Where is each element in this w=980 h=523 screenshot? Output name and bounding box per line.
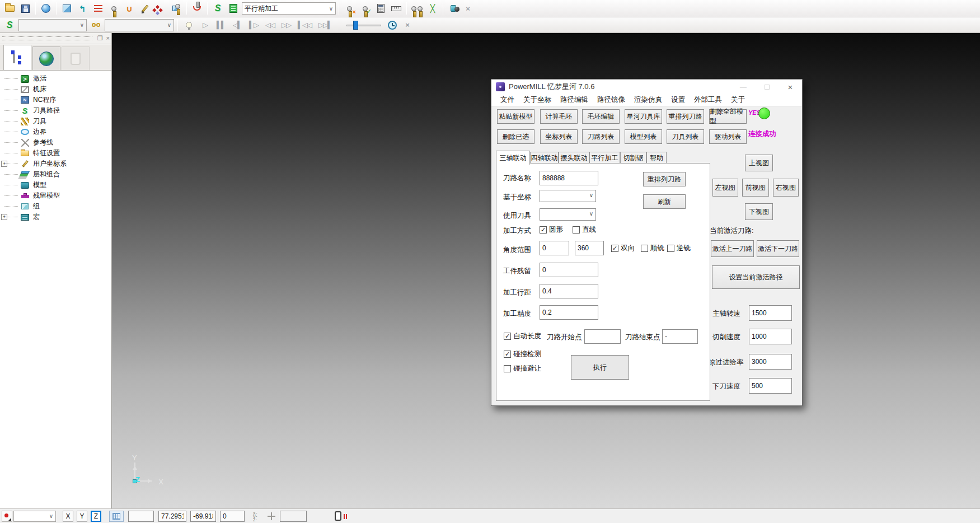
spindle-speed-input[interactable] bbox=[749, 305, 792, 321]
sim-toolbar-close-icon[interactable]: × bbox=[401, 19, 414, 31]
collision-avoid-checkbox[interactable]: 碰撞避让 bbox=[504, 364, 541, 373]
close-button[interactable]: × bbox=[779, 80, 802, 94]
coord-combo[interactable]: ∨ bbox=[540, 190, 596, 202]
tolerance-input[interactable] bbox=[540, 305, 598, 320]
toolpath-connect-icon[interactable]: ↰ bbox=[75, 1, 90, 16]
pattern-pencil-icon[interactable] bbox=[138, 1, 152, 16]
transform-icon[interactable]: ╳ bbox=[425, 1, 440, 16]
tree-item-models[interactable]: 模型 bbox=[0, 180, 111, 190]
nc-program-icon[interactable] bbox=[91, 1, 105, 16]
tool-list-button[interactable]: 刀具列表 bbox=[667, 129, 704, 144]
powermill-toolpath-icon[interactable]: S bbox=[2, 18, 17, 32]
cutting-speed-input[interactable] bbox=[749, 329, 792, 344]
line-checkbox[interactable]: 直线 bbox=[573, 225, 596, 235]
tree-item-levels[interactable]: 层和组合 bbox=[0, 169, 111, 180]
grid-snap-button[interactable] bbox=[109, 511, 124, 522]
view-front-button[interactable]: 前视图 bbox=[742, 179, 769, 197]
tab-explorer-recycle[interactable] bbox=[62, 46, 90, 70]
view-top-button[interactable]: 上视图 bbox=[745, 155, 773, 171]
refresh-button[interactable]: 刷新 bbox=[643, 194, 686, 209]
calc-stock-button[interactable]: 计算毛坯 bbox=[540, 109, 578, 124]
sim-tool-icon[interactable] bbox=[88, 18, 103, 32]
plunge-speed-input[interactable] bbox=[749, 378, 792, 394]
close-panel-icon[interactable]: × bbox=[106, 35, 110, 42]
set-active-path-button[interactable]: 设置当前激活路径 bbox=[712, 265, 800, 289]
menu-about[interactable]: 关于 bbox=[726, 95, 749, 105]
tree-item-boundaries[interactable]: 边界 bbox=[0, 127, 111, 137]
view-right-button[interactable]: 右视图 bbox=[773, 179, 799, 197]
delete-selected-button[interactable]: 删除已选 bbox=[497, 129, 534, 144]
go-to-start-icon[interactable]: ▍◁◁ bbox=[295, 18, 314, 32]
axis-y-button[interactable]: Y bbox=[77, 511, 87, 522]
menu-file[interactable]: 文件 bbox=[496, 95, 519, 105]
tab-parallel[interactable]: 平行加工 bbox=[589, 152, 620, 164]
featureset-icon[interactable] bbox=[153, 1, 168, 16]
view-bottom-button[interactable]: 下视图 bbox=[745, 203, 773, 220]
bidirectional-checkbox[interactable]: ✓双向 bbox=[611, 244, 635, 253]
activate-next-toolpath-button[interactable]: 激活下一刀路 bbox=[757, 240, 799, 257]
delete-all-models-button[interactable]: 删除全部模型 bbox=[709, 109, 747, 124]
workplane-indicator-icon[interactable] bbox=[2, 511, 12, 522]
conventional-mill-checkbox[interactable]: 逆铣 bbox=[667, 244, 691, 253]
save-project-icon[interactable] bbox=[18, 1, 32, 16]
lightbulb-icon[interactable] bbox=[181, 18, 196, 32]
stock-remain-input[interactable] bbox=[540, 263, 598, 277]
toolpath-list-icon[interactable] bbox=[226, 1, 241, 16]
skim-feed-input[interactable] bbox=[749, 354, 792, 370]
restore-panel-icon[interactable]: ❐ bbox=[97, 35, 103, 42]
workplane-combo[interactable]: ∨ bbox=[13, 511, 56, 522]
play-icon[interactable]: ▷ bbox=[198, 18, 212, 32]
tree-item-macros[interactable]: +宏 bbox=[0, 212, 111, 222]
toolpath-name-input[interactable] bbox=[540, 171, 598, 185]
step-forward-icon[interactable]: ▍▷ bbox=[246, 18, 261, 32]
menu-settings[interactable]: 设置 bbox=[667, 95, 690, 105]
circle-checkbox[interactable]: ✓圆形 bbox=[540, 225, 563, 235]
viewmill-icon[interactable] bbox=[446, 1, 461, 16]
explorer-grab-bar[interactable]: ❐ × bbox=[0, 33, 111, 44]
tab-saw[interactable]: 切割锯 bbox=[620, 152, 646, 164]
measure-ruler-icon[interactable] bbox=[389, 1, 404, 16]
tree-item-toolpaths[interactable]: S刀具路径 bbox=[0, 105, 111, 116]
climb-mill-checkbox[interactable]: 顺铣 bbox=[641, 244, 664, 253]
activate-toolpath-icon[interactable] bbox=[358, 1, 372, 16]
coord-list-button[interactable]: 坐标列表 bbox=[540, 129, 578, 144]
activate-prev-toolpath-button[interactable]: 激活上一刀路 bbox=[711, 240, 754, 257]
powermill-toolpath-icon[interactable]: S bbox=[210, 1, 225, 16]
speed-slider[interactable] bbox=[344, 18, 383, 32]
tab-explorer-web[interactable] bbox=[32, 46, 60, 70]
minimize-button[interactable]: — bbox=[732, 80, 755, 94]
angle-from-input[interactable] bbox=[540, 241, 569, 255]
menu-render-sim[interactable]: 渲染仿真 bbox=[630, 95, 667, 105]
block-stock-icon[interactable] bbox=[39, 1, 53, 16]
model-block-icon[interactable] bbox=[59, 1, 74, 16]
tree-item-activate[interactable]: >激活 bbox=[0, 73, 111, 84]
tree-item-tools[interactable]: 刀具 bbox=[0, 116, 111, 127]
rewind-icon[interactable]: ◁◁ bbox=[262, 18, 277, 32]
simulation-tool-icon[interactable] bbox=[190, 1, 204, 16]
toolbar-close-icon[interactable]: × bbox=[462, 2, 474, 15]
execute-button[interactable]: 执行 bbox=[571, 355, 629, 380]
angle-to-input[interactable] bbox=[575, 241, 604, 255]
delete-toolpath-icon[interactable] bbox=[342, 1, 357, 16]
menu-external-tools[interactable]: 外部工具 bbox=[690, 95, 726, 105]
auto-length-checkbox[interactable]: ✓自动长度 bbox=[504, 331, 541, 341]
tool-pair-icon[interactable] bbox=[410, 1, 424, 16]
tab-swivel[interactable]: 摆头联动 bbox=[559, 152, 589, 164]
menu-path-edit[interactable]: 路径编辑 bbox=[556, 95, 593, 105]
rearrange-toolpaths-button[interactable]: 重排列刀路 bbox=[667, 109, 704, 124]
tool-library-button[interactable]: 星河刀具库 bbox=[625, 109, 662, 124]
clock-icon[interactable] bbox=[385, 18, 400, 32]
tab-explorer-tree[interactable] bbox=[3, 45, 31, 70]
crosshair-icon[interactable] bbox=[268, 512, 275, 520]
maximize-button[interactable] bbox=[755, 80, 779, 94]
menu-path-mirror[interactable]: 路径镜像 bbox=[593, 95, 630, 105]
tolerance-field[interactable] bbox=[280, 511, 307, 522]
active-toolpath-combo[interactable]: 平行精加工 ∨ bbox=[242, 2, 336, 15]
paste-new-model-button[interactable]: 粘贴新模型 bbox=[497, 109, 534, 124]
toolpath-list-button[interactable]: 刀路列表 bbox=[582, 129, 620, 144]
calculator-icon[interactable] bbox=[373, 1, 388, 16]
coord-y-field[interactable] bbox=[190, 511, 216, 522]
tree-item-patterns[interactable]: 参考线 bbox=[0, 137, 111, 148]
tool-combo[interactable]: ∨ bbox=[540, 208, 596, 221]
end-point-input[interactable] bbox=[662, 329, 698, 344]
